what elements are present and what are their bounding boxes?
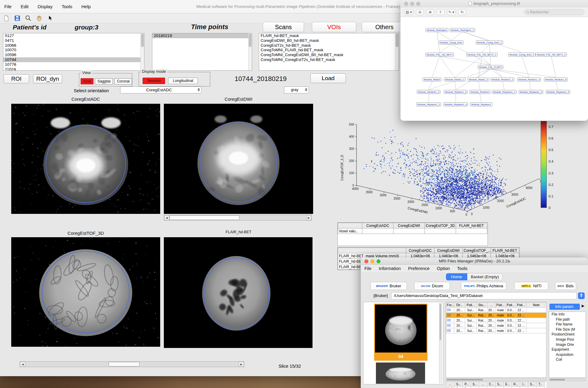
colormap-select[interactable]: gray (284, 86, 309, 93)
display-mode-buttons[interactable]: SessionLongitudinal (143, 78, 198, 84)
series-table[interactable]: ...S...P...S......C...S...E...R...I...S.… (446, 382, 546, 388)
pipeline-node[interactable]: Module_Reslice1_3 (517, 78, 541, 82)
maximize-icon[interactable] (377, 259, 380, 263)
column-header[interactable]: S... (455, 382, 463, 387)
format-button-philips[interactable]: PHILIPS Philips Achieva (461, 282, 506, 290)
list-item[interactable]: Edit (21, 0, 29, 13)
sidebar-toggle-icon[interactable]: ▤ ▾ (404, 9, 414, 15)
list-item[interactable]: 0127 (3, 33, 144, 38)
tree-item[interactable]: File Info (549, 312, 586, 317)
pipeline-node[interactable]: Module_Reslice1_1 (491, 78, 514, 82)
tree-item[interactable]: File Name (549, 322, 586, 327)
column-header[interactable]: S... (495, 382, 504, 387)
scans-list[interactable]: FLAIR_hd-BET_maskCoregEstDWI_B0_hd-BET_m… (259, 33, 399, 71)
column-header[interactable]: I... (520, 382, 528, 387)
table-row[interactable]: 20...Sui...Rat...20...male0.0...22 ... (446, 308, 546, 313)
tab-home[interactable]: Home (446, 273, 467, 280)
timepoints-scrollbar[interactable] (248, 33, 252, 70)
path-stepper-icon[interactable] (578, 292, 585, 299)
info-hscrollbar[interactable] (549, 378, 586, 381)
table-row[interactable]: 20...Sui...Rat...20...male0.0...22 ... (446, 313, 546, 318)
dataset-path-select[interactable]: /Users/blemasso/Desktop/Data_Test_MP3/Da… (391, 292, 577, 299)
pipeline-node[interactable]: Module_Replace1_1 (492, 90, 516, 94)
scroll-thumb[interactable] (170, 215, 239, 220)
tree-item[interactable]: Image Posi (549, 337, 586, 342)
format-button-nifti[interactable]: NIfTI-1 NifTI (514, 282, 548, 290)
list-item[interactable]: Help (81, 0, 91, 13)
list-item[interactable]: CoregToMNI_CoregEstT2s_hd-BET_mask (259, 57, 399, 62)
table-row[interactable]: 20...Sui...Rat...20...male0.0...22 ... (446, 323, 546, 328)
column-header[interactable]: Dir... (454, 302, 465, 308)
column-header[interactable]: ... (479, 382, 487, 387)
list-item[interactable]: CoregEstT2s_hd-BET_mask (259, 43, 399, 48)
zoom-out-icon[interactable]: ⊖ (416, 9, 424, 15)
list-item[interactable]: Preference (408, 265, 430, 272)
mri-titlebar[interactable]: MRI Files Manager (IRMaGe) - 20.2.2a (361, 258, 588, 265)
scroll-right-icon[interactable]: ▶ (306, 215, 311, 220)
pipeline-node[interactable]: Module_Coreg_Est1 (439, 41, 464, 45)
pipeline-canvas[interactable]: Module_Reshape1Module_Reshape1_1Module_C… (400, 17, 588, 121)
tree-item[interactable]: File path (549, 317, 586, 322)
column-header[interactable]: Pati... (495, 302, 506, 308)
close-icon[interactable] (404, 2, 408, 6)
pipeline-node[interactable]: Module_Mask1_1 (444, 78, 465, 82)
files-hscrollbar[interactable] (446, 378, 546, 381)
list-item[interactable]: 10596 (3, 52, 144, 57)
info-param-header[interactable]: Info param. (549, 304, 580, 310)
scroll-left-icon[interactable]: ◀ (20, 362, 25, 367)
pipeline-node[interactable]: Module_Replace1 (470, 103, 492, 106)
tab-vois[interactable]: VOIs (312, 22, 356, 32)
pipeline-node[interactable]: Module_Reslice1_5 (544, 78, 568, 82)
list-item[interactable]: 10776 (3, 62, 144, 67)
format-button-bids[interactable]: BIDS Bids (555, 282, 576, 290)
format-button-bruker[interactable]: BRUKER Bruker (370, 282, 407, 290)
image-viewer-tof[interactable] (11, 237, 160, 347)
window-controls[interactable] (404, 2, 420, 6)
tree-item[interactable]: Equipment (549, 347, 586, 352)
zoom-icon[interactable] (25, 15, 32, 22)
format-button-dicom[interactable]: DICOM Dicom (414, 282, 450, 290)
list-item[interactable]: Tools (457, 265, 468, 272)
pipeline-node[interactable]: Module_FSL_HD_BET1_1 (466, 53, 498, 57)
column-header[interactable]: Pati... (465, 302, 477, 308)
column-header[interactable]: ... (488, 302, 495, 308)
roi-button[interactable]: ROI (4, 74, 29, 83)
pipeline-node[interactable]: Module_Reslice1_4 (444, 90, 468, 94)
column-header[interactable]: CoregEstTOF_... (463, 248, 491, 253)
image-viewer-dwi[interactable] (164, 104, 313, 214)
image-viewer-flair[interactable] (164, 237, 313, 348)
list-item[interactable]: Tools (62, 0, 72, 13)
list-item[interactable]: File (364, 265, 371, 272)
slice-scrollbar[interactable]: ◀ ▶ (20, 361, 244, 367)
table-row[interactable]: 20...Sui...Rat...20...male0.0...22 ... (446, 318, 546, 323)
hand-icon[interactable] (36, 15, 42, 22)
tree-item[interactable]: PositionOrient (549, 332, 586, 337)
tab-scans[interactable]: Scans (263, 22, 304, 32)
table-row[interactable]: Voxel valu... (338, 228, 487, 234)
pipeline-node[interactable]: Module_Coreg_Est1_1 (476, 41, 503, 45)
window-controls[interactable] (364, 259, 380, 263)
roi-dyn-button[interactable]: ROI_dyn (33, 74, 62, 83)
pipeline-node[interactable]: Module_FSL_HD_BET1_2 (536, 53, 567, 57)
pipeline-titlebar[interactable]: biograph_preprocessing.tif (400, 0, 588, 7)
minimize-icon[interactable] (410, 2, 414, 6)
list-item[interactable]: Saggital (95, 78, 113, 84)
share-icon[interactable]: ⇧ (437, 9, 444, 15)
column-header[interactable]: Note (526, 302, 546, 308)
column-header[interactable]: R... (512, 382, 520, 387)
tree-item[interactable]: Acquisition (549, 352, 586, 357)
table-row[interactable]: 20...Sui...Rat...20...male0.0...22 ... (446, 328, 546, 333)
markup-pen-icon[interactable]: ✎ ▾ (447, 9, 456, 15)
column-header[interactable]: CoregEstDWI (434, 248, 463, 253)
list-item[interactable]: 11024 (3, 67, 144, 71)
viewer-scrollbar-top[interactable]: ◀ ▶ (164, 215, 312, 221)
maximize-icon[interactable] (416, 2, 420, 6)
pipeline-node[interactable]: Module_Mask1_2 (468, 78, 489, 82)
pipeline-node[interactable]: Module_FSL_HD_BET1 (425, 53, 454, 57)
pipeline-node[interactable]: Module_Replace1_5 (546, 90, 570, 94)
thumbnail-next[interactable] (376, 363, 425, 384)
pipeline-node[interactable]: Module_Mask1 (423, 78, 441, 82)
column-header[interactable]: E... (504, 382, 512, 387)
list-item[interactable]: 20180219 (152, 33, 252, 38)
column-header[interactable]: Pati... (506, 302, 516, 308)
